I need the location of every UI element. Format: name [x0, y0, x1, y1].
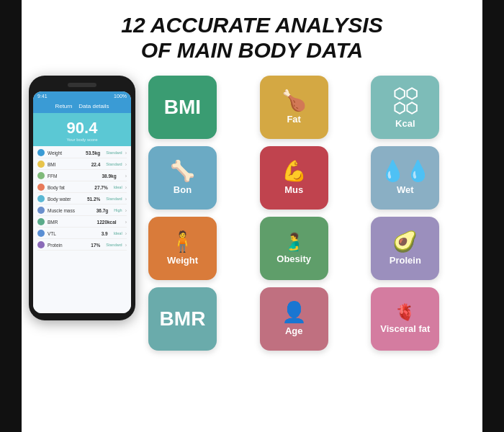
visceral-icon: 🫀 — [395, 305, 415, 320]
row-value: 22.4 — [91, 162, 101, 167]
phone-row-ffm[interactable]: FFM 38.9kg › — [37, 172, 127, 181]
phone-battery: 100% — [114, 94, 127, 99]
row-label: Body water — [48, 197, 84, 202]
fat-icon: 🍗 — [282, 91, 307, 111]
row-icon — [37, 218, 45, 225]
kcal-label: Kcal — [395, 118, 415, 129]
phone-row-protein[interactable]: Protein 17% Standard › — [37, 241, 127, 251]
row-icon — [37, 172, 45, 179]
row-label: VTL — [48, 231, 99, 236]
obesity-label: Obesity — [276, 253, 311, 264]
obesity-icon: 🫃 — [283, 233, 305, 251]
phone-row-bmi[interactable]: BMI 22.4 Standard › — [37, 161, 127, 170]
weight-label: Weight — [167, 255, 198, 266]
tile-wet[interactable]: 💧💧 Wet — [371, 146, 439, 210]
protein-label: Prolein — [390, 255, 421, 266]
phone-nav-back[interactable]: Return — [55, 103, 72, 109]
tile-age[interactable]: 👤 Age — [260, 287, 328, 351]
row-label: Protein — [48, 243, 88, 248]
tile-visceral[interactable]: 🫀 Visceral fat — [371, 287, 439, 351]
tile-obesity[interactable]: 🫃 Obesity — [260, 217, 328, 280]
row-arrow: › — [125, 150, 127, 156]
kcal-icon: ⬡⬡⬡⬡ — [393, 86, 418, 115]
phone-notch — [68, 83, 96, 87]
mus-icon: 💪 — [282, 161, 307, 181]
row-value: 53.5kg — [86, 150, 100, 156]
phone-row-muscle-mass[interactable]: Muscle mass 36.7g High › — [37, 207, 127, 216]
row-status: Standard — [106, 197, 122, 201]
tile-weight[interactable]: 🧍 Weight — [148, 217, 217, 280]
row-icon — [37, 207, 45, 214]
bon-label: Bon — [174, 184, 192, 195]
row-icon — [37, 195, 45, 202]
protein-icon: 🥑 — [392, 232, 418, 252]
phone-row-vtl[interactable]: VTL 3.9 Ideal › — [37, 230, 127, 239]
phone-nav-title: Data details — [78, 103, 109, 109]
bmr-label: BMR — [160, 307, 206, 330]
row-value: 36.7g — [96, 208, 109, 213]
row-arrow: › — [125, 162, 127, 167]
phone-status-bar: 9:41 100% — [33, 91, 131, 101]
tile-bmr[interactable]: BMR — [148, 287, 217, 351]
phone-mockup: 9:41 100% Return Data details 90.4 Your … — [29, 76, 135, 320]
row-icon — [37, 241, 45, 248]
phone-data-rows: Weight 53.5kg Standard › BMI 22.4 Standa… — [33, 146, 131, 313]
row-icon — [37, 230, 45, 237]
phone-screen: 9:41 100% Return Data details 90.4 Your … — [33, 91, 131, 313]
tile-protein[interactable]: 🥑 Prolein — [371, 217, 439, 280]
right-sidebar — [482, 0, 504, 432]
bottom-section: 9:41 100% Return Data details 90.4 Your … — [29, 76, 475, 351]
tile-kcal[interactable]: ⬡⬡⬡⬡ Kcal — [371, 76, 439, 139]
bon-icon: 🦴 — [170, 161, 195, 181]
headline-line1: 12 ACCURATE ANALYSIS — [121, 13, 382, 37]
row-value: 17% — [91, 243, 100, 248]
visceral-label: Visceral fat — [380, 323, 430, 334]
tile-bon[interactable]: 🦴 Bon — [148, 146, 217, 210]
tile-mus[interactable]: 💪 Mus — [260, 146, 328, 210]
bmi-label: BMI — [164, 96, 201, 119]
weight-icon: 🧍 — [170, 232, 195, 252]
row-label: Weight — [48, 150, 83, 156]
row-value: 27.7% — [94, 185, 107, 190]
phone-time: 9:41 — [37, 94, 48, 99]
row-arrow: › — [125, 243, 127, 248]
age-icon: 👤 — [282, 302, 307, 323]
tile-fat[interactable]: 🍗 Fat — [260, 76, 328, 139]
wet-icon: 💧💧 — [380, 161, 431, 181]
row-arrow: › — [125, 220, 127, 225]
row-status: Ideal — [114, 231, 122, 235]
phone-row-body-water[interactable]: Body water 51.2% Standard › — [37, 195, 127, 204]
phone-nav-bar: Return Data details — [33, 101, 131, 113]
headline: 12 ACCURATE ANALYSIS OF MAIN BODY DATA — [121, 13, 382, 63]
phone-row-bmr[interactable]: BMR 1220kcal › — [37, 218, 127, 228]
row-status: Standard — [106, 162, 122, 166]
left-sidebar — [0, 0, 22, 432]
wet-label: Wet — [397, 184, 414, 195]
row-arrow: › — [125, 231, 127, 236]
row-value: 51.2% — [87, 197, 100, 202]
row-arrow: › — [125, 197, 127, 202]
fat-label: Fat — [287, 114, 301, 125]
row-value: 3.9 — [102, 231, 108, 236]
phone-score-section: 90.4 Your body score — [33, 113, 131, 146]
row-icon — [37, 161, 45, 168]
row-label: Muscle mass — [48, 208, 94, 213]
row-arrow: › — [125, 208, 127, 213]
main-content: 12 ACCURATE ANALYSIS OF MAIN BODY DATA 9… — [22, 0, 482, 358]
age-label: Age — [285, 325, 303, 336]
row-arrow: › — [125, 174, 127, 179]
phone-row-body-fat[interactable]: Body fat 27.7% Ideal › — [37, 184, 127, 193]
row-status: Standard — [106, 150, 122, 155]
row-label: BMR — [48, 220, 94, 225]
headline-line2: OF MAIN BODY DATA — [141, 38, 363, 62]
phone-score-label: Your body score — [36, 138, 128, 142]
row-arrow: › — [125, 185, 127, 190]
icon-grid: BMI 🍗 Fat ⬡⬡⬡⬡ Kcal 🦴 Bon 💪 Mus 💧💧 Wet 🧍… — [148, 76, 475, 351]
tile-bmi[interactable]: BMI — [148, 76, 217, 139]
row-label: Body fat — [48, 185, 91, 190]
phone-row-weight[interactable]: Weight 53.5kg Standard › — [37, 149, 127, 158]
row-value: 38.9kg — [102, 174, 116, 179]
row-status: Ideal — [114, 185, 122, 189]
row-label: BMI — [48, 162, 89, 167]
mus-label: Mus — [284, 184, 303, 195]
